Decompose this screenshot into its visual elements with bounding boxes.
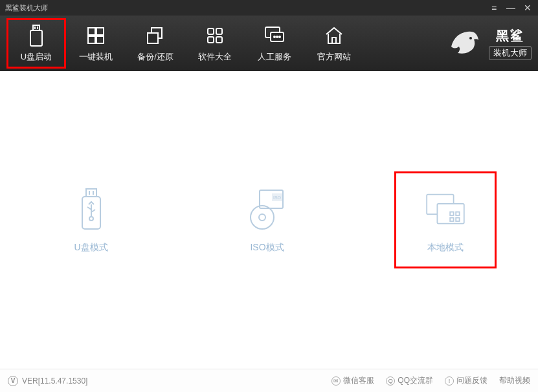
window-controls: ≡ — ✕ — [489, 3, 533, 13]
chat-icon — [263, 24, 286, 47]
footer-link-label: QQ交流群 — [398, 375, 433, 386]
windows-icon — [84, 24, 107, 47]
iso-mode-icon: ISO — [244, 186, 291, 233]
footer-version: V VER[11.5.47.1530] — [8, 376, 87, 386]
nav-label: 备份/还原 — [137, 51, 174, 63]
svg-rect-19 — [332, 38, 336, 43]
version-text: VER[11.5.47.1530] — [22, 376, 87, 386]
app-title: 黑鲨装机大师 — [5, 3, 489, 13]
nav-one-click-install[interactable]: 一键装机 — [66, 18, 126, 69]
content-area: U盘模式 ISO ISO模式 本地模式 — [0, 71, 538, 369]
apps-icon — [203, 24, 227, 47]
svg-rect-1 — [30, 30, 42, 46]
nav-label: 人工服务 — [258, 51, 291, 63]
nav-support[interactable]: 人工服务 — [245, 18, 304, 69]
shark-logo-icon — [445, 24, 484, 63]
qq-icon: Q — [386, 376, 395, 386]
footer-link-label: 帮助视频 — [499, 375, 530, 386]
mode-label: U盘模式 — [74, 242, 107, 254]
svg-rect-6 — [88, 36, 95, 43]
nav-label: U盘启动 — [21, 51, 52, 63]
brand-subtitle: 装机大师 — [489, 46, 532, 60]
copy-icon — [144, 24, 167, 47]
svg-point-25 — [89, 217, 93, 221]
nav-website[interactable]: 官方网站 — [304, 18, 364, 69]
nav-items: U盘启动 一键装机 备份/还原 — [6, 18, 364, 69]
svg-rect-21 — [86, 189, 96, 197]
nav-label: 一键装机 — [79, 51, 113, 63]
local-mode-icon — [422, 186, 469, 233]
home-icon — [322, 24, 346, 47]
svg-point-16 — [274, 36, 275, 38]
footer-link-label: 问题反馈 — [456, 375, 488, 386]
svg-rect-4 — [88, 28, 95, 35]
usb-mode-icon — [68, 186, 115, 233]
svg-rect-7 — [96, 36, 104, 43]
svg-point-31 — [259, 214, 265, 221]
svg-point-18 — [279, 36, 280, 38]
svg-rect-11 — [216, 28, 222, 34]
mode-label: 本地模式 — [427, 242, 464, 254]
version-icon: V — [8, 376, 18, 386]
svg-rect-0 — [33, 25, 39, 30]
nav-backup-restore[interactable]: 备份/还原 — [126, 18, 185, 69]
svg-rect-10 — [208, 28, 214, 34]
titlebar: 黑鲨装机大师 ≡ — ✕ — [0, 0, 538, 16]
header: U盘启动 一键装机 备份/还原 — [0, 16, 538, 71]
footer: V VER[11.5.47.1530] ✉ 微信客服 Q QQ交流群 ! 问题反… — [0, 369, 538, 392]
nav-label: 官方网站 — [317, 51, 351, 63]
footer-feedback[interactable]: ! 问题反馈 — [445, 375, 488, 386]
svg-rect-5 — [96, 28, 104, 35]
brand-name: 黑鲨 — [496, 27, 524, 45]
close-button[interactable]: ✕ — [522, 3, 533, 13]
footer-qq[interactable]: Q QQ交流群 — [386, 375, 433, 386]
wechat-icon: ✉ — [331, 376, 341, 386]
svg-point-17 — [276, 36, 278, 38]
svg-point-20 — [469, 37, 472, 39]
mode-iso[interactable]: ISO ISO模式 — [218, 173, 317, 267]
nav-label: 软件大全 — [198, 51, 232, 63]
usb-icon — [25, 24, 48, 47]
mode-usb[interactable]: U盘模式 — [42, 173, 140, 267]
feedback-icon: ! — [445, 376, 454, 386]
minimize-button[interactable]: — — [506, 3, 516, 13]
nav-usb-boot[interactable]: U盘启动 — [6, 18, 66, 69]
mode-local[interactable]: 本地模式 — [394, 171, 497, 268]
svg-rect-12 — [208, 37, 214, 43]
svg-rect-9 — [148, 33, 158, 43]
svg-point-30 — [251, 206, 274, 229]
svg-text:ISO: ISO — [273, 195, 281, 200]
menu-button[interactable]: ≡ — [489, 3, 499, 13]
brand: 黑鲨 装机大师 — [445, 24, 532, 63]
footer-help-video[interactable]: 帮助视频 — [499, 375, 530, 386]
svg-rect-13 — [216, 37, 222, 43]
footer-wechat[interactable]: ✉ 微信客服 — [331, 375, 374, 386]
mode-label: ISO模式 — [250, 242, 284, 254]
footer-link-label: 微信客服 — [343, 375, 374, 386]
nav-software[interactable]: 软件大全 — [185, 18, 245, 69]
